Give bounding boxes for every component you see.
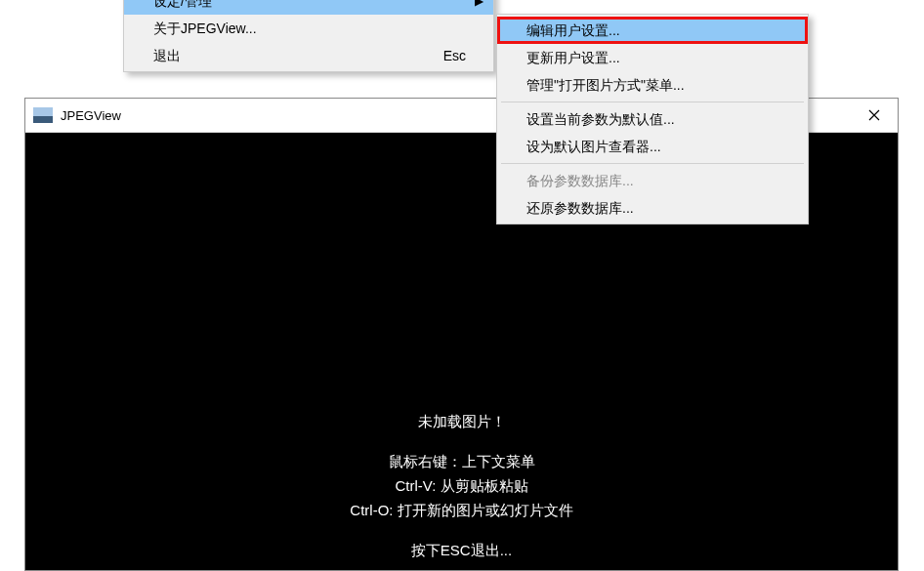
submenu-item-manage-open-with[interactable]: 管理"打开图片方式"菜单... xyxy=(497,71,808,99)
hint-paste: Ctrl-V: 从剪贴板粘贴 xyxy=(395,475,527,496)
menu-label: 还原参数数据库... xyxy=(526,200,634,216)
app-icon xyxy=(33,107,53,123)
menu-label: 退出 xyxy=(153,48,181,63)
close-icon xyxy=(868,109,880,121)
hint-open: Ctrl-O: 打开新的图片或幻灯片文件 xyxy=(350,500,572,520)
submenu-item-backup-param-db: 备份参数数据库... xyxy=(497,167,808,194)
menu-label: 关于JPEGView... xyxy=(153,20,257,36)
menu-separator xyxy=(501,102,804,102)
settings-submenu: 编辑用户设置... 更新用户设置... 管理"打开图片方式"菜单... 设置当前… xyxy=(496,14,809,224)
menu-label: 备份参数数据库... xyxy=(526,173,634,188)
context-menu: 设定/管理 ▶ 关于JPEGView... 退出 Esc xyxy=(123,0,494,72)
submenu-item-set-current-params-default[interactable]: 设置当前参数为默认值... xyxy=(497,105,808,133)
menu-item-settings-admin[interactable]: 设定/管理 ▶ xyxy=(124,0,493,15)
submenu-arrow-icon: ▶ xyxy=(475,0,483,15)
submenu-item-edit-user-settings[interactable]: 编辑用户设置... xyxy=(497,17,808,44)
menu-shortcut: Esc xyxy=(443,42,466,69)
hint-context-menu: 鼠标右键：上下文菜单 xyxy=(389,451,535,471)
menu-label: 管理"打开图片方式"菜单... xyxy=(526,77,685,93)
menu-label: 更新用户设置... xyxy=(526,50,620,65)
submenu-item-set-default-viewer[interactable]: 设为默认图片查看器... xyxy=(497,133,808,160)
menu-item-exit[interactable]: 退出 Esc xyxy=(124,42,493,69)
menu-label: 设为默认图片查看器... xyxy=(526,139,661,154)
close-button[interactable] xyxy=(851,99,898,133)
window-title: JPEGView xyxy=(61,108,121,123)
submenu-item-restore-param-db[interactable]: 还原参数数据库... xyxy=(497,194,808,222)
menu-label: 设置当前参数为默认值... xyxy=(526,111,675,127)
menu-separator xyxy=(501,163,804,164)
hint-esc: 按下ESC退出... xyxy=(411,540,512,560)
menu-item-about[interactable]: 关于JPEGView... xyxy=(124,15,493,42)
menu-label: 设定/管理 xyxy=(153,0,212,9)
menu-label: 编辑用户设置... xyxy=(526,22,620,38)
submenu-item-update-user-settings[interactable]: 更新用户设置... xyxy=(497,44,808,71)
no-image-message: 未加载图片！ xyxy=(418,411,506,431)
